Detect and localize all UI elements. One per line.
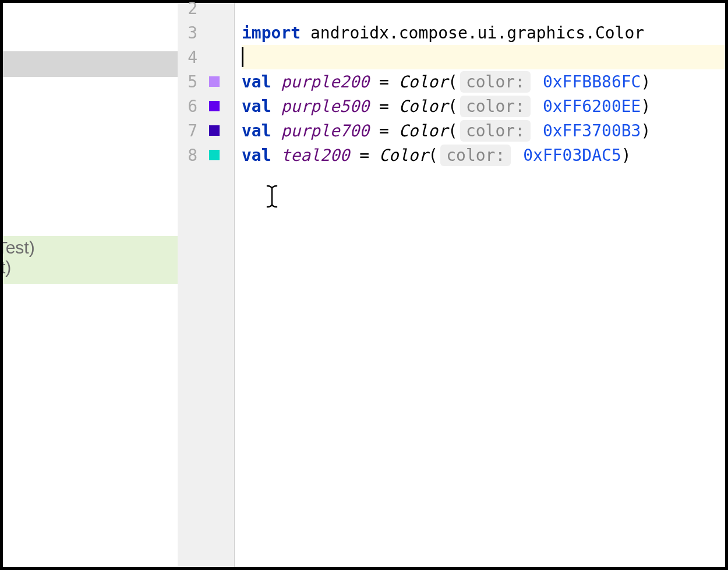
param-hint: color: [460, 120, 531, 142]
paren-close: ) [621, 146, 631, 165]
keyword-import: import [242, 23, 301, 43]
line-number: 6 [178, 97, 199, 116]
op-equals: = [349, 146, 379, 165]
keyword-val: val [242, 121, 271, 140]
code-line-8[interactable]: val teal200 = Color(color: 0xFF03DAC5) [242, 143, 725, 167]
var-name: purple500 [271, 97, 370, 116]
hex-literal: 0xFFBB86FC [533, 72, 641, 92]
test-source-item-1[interactable]: lroidTest) [3, 238, 178, 258]
keyword-val: val [242, 97, 271, 116]
param-hint: color: [440, 145, 511, 166]
op-equals: = [369, 72, 399, 92]
gutter-line-5[interactable]: 5 [178, 69, 234, 94]
var-name: purple200 [271, 72, 370, 92]
hex-literal: 0xFF6200EE [533, 97, 641, 116]
paren-close: ) [641, 121, 651, 140]
line-number: 4 [178, 48, 199, 67]
var-name: teal200 [271, 146, 350, 165]
gutter-line-8[interactable]: 8 [178, 143, 234, 167]
paren-open: ( [448, 72, 458, 92]
import-path: androidx.compose.ui.graphics.Color [301, 23, 644, 43]
code-editor[interactable]: import androidx.compose.ui.graphics.Colo… [235, 3, 725, 567]
line-number: 7 [178, 121, 199, 140]
hex-literal: 0xFF03DAC5 [513, 146, 621, 165]
class-color: Color [399, 72, 448, 92]
ibeam-cursor-icon [265, 185, 279, 213]
gutter-line-4[interactable]: 4 [178, 45, 234, 69]
code-line-5[interactable]: val purple200 = Color(color: 0xFFBB86FC) [242, 69, 725, 94]
class-color: Color [399, 97, 448, 116]
op-equals: = [369, 97, 399, 116]
class-color: Color [399, 121, 448, 140]
color-swatch-icon[interactable] [206, 76, 223, 87]
sidebar-test-sources-panel[interactable]: lroidTest) t) [3, 236, 178, 284]
op-equals: = [369, 121, 399, 140]
code-line-2[interactable] [242, 0, 725, 20]
code-line-3[interactable]: import androidx.compose.ui.graphics.Colo… [242, 20, 725, 45]
editor-gutter[interactable]: 2 3 4 5 6 7 8 [178, 3, 235, 567]
project-sidebar[interactable]: lroidTest) t) [3, 3, 178, 567]
paren-open: ( [448, 121, 458, 140]
keyword-val: val [242, 72, 271, 92]
param-hint: color: [460, 96, 531, 117]
code-line-6[interactable]: val purple500 = Color(color: 0xFF6200EE) [242, 94, 725, 118]
code-line-4-current[interactable] [242, 45, 725, 69]
sidebar-scrollbar-track[interactable] [3, 51, 178, 77]
paren-open: ( [448, 97, 458, 116]
color-swatch-icon[interactable] [206, 125, 223, 136]
param-hint: color: [460, 71, 531, 93]
paren-close: ) [641, 97, 651, 116]
color-swatch-icon[interactable] [206, 101, 223, 111]
line-number: 3 [178, 23, 199, 43]
paren-close: ) [641, 72, 651, 92]
ide-frame: lroidTest) t) 2 3 4 5 6 7 8 [3, 3, 725, 567]
text-caret [242, 47, 243, 67]
test-source-item-2[interactable]: t) [3, 258, 178, 277]
color-swatch-icon[interactable] [206, 150, 223, 160]
gutter-line-7[interactable]: 7 [178, 118, 234, 143]
gutter-line-6[interactable]: 6 [178, 94, 234, 118]
line-number: 5 [178, 72, 199, 92]
hex-literal: 0xFF3700B3 [533, 121, 641, 140]
code-line-7[interactable]: val purple700 = Color(color: 0xFF3700B3) [242, 118, 725, 143]
var-name: purple700 [271, 121, 370, 140]
keyword-val: val [242, 146, 271, 165]
gutter-line-3[interactable]: 3 [178, 20, 234, 45]
paren-open: ( [428, 146, 438, 165]
line-number: 2 [178, 0, 199, 18]
gutter-line-2[interactable]: 2 [178, 0, 234, 20]
class-color: Color [379, 146, 428, 165]
line-number: 8 [178, 146, 199, 165]
